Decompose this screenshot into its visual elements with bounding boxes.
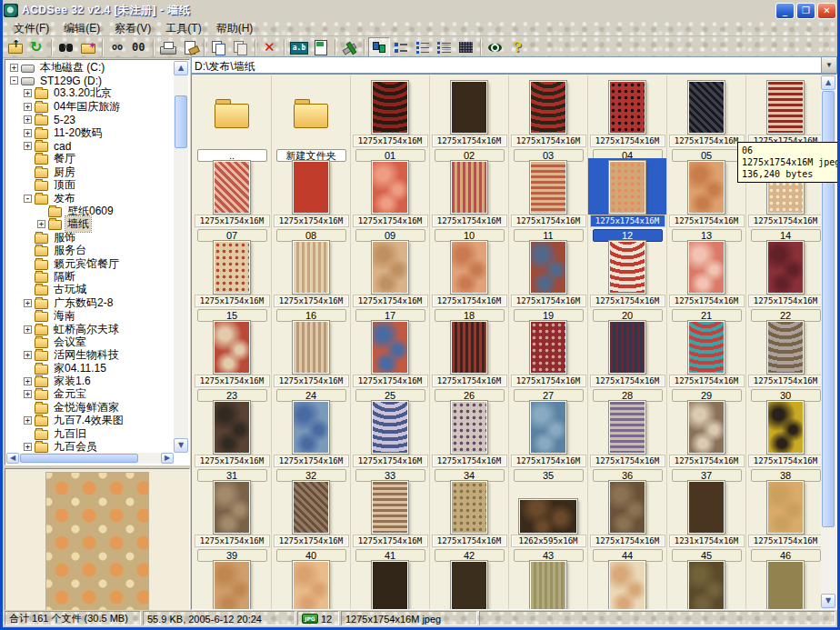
image-cell-30[interactable]: 1275x1754x16M30 [746,315,825,395]
view-small-button[interactable] [390,37,412,57]
tools-button[interactable] [339,37,361,57]
image-cell-33[interactable]: 1275x1754x16M33 [351,395,430,475]
tree-item-label[interactable]: 11-20数码 [52,125,105,141]
rename-button[interactable] [288,37,310,57]
acquire-button[interactable] [179,37,201,57]
partial-cell-0[interactable] [193,555,272,610]
move-button[interactable] [230,37,252,57]
thumbnail-image[interactable] [372,401,408,454]
print-button[interactable] [157,37,179,57]
image-cell-27[interactable]: 1275x1754x16M27 [509,315,588,395]
tree-expander[interactable]: + [24,390,32,398]
eyes-button[interactable] [128,37,150,57]
partial-cell-5[interactable] [588,555,667,610]
image-cell-43[interactable]: 1262x595x16M43 [509,475,588,555]
thumbnail-image[interactable] [293,561,329,610]
preview-image[interactable] [45,472,149,611]
image-cell-45[interactable]: 1231x1754x16M45 [667,475,746,555]
view-grid-button[interactable] [455,37,477,57]
path-value[interactable]: D:\发布\墙纸 [192,57,821,73]
menu-item-0[interactable]: 文件(F) [6,20,56,37]
tree-item-27[interactable]: +九百7.4效果图 [6,415,174,427]
thumbnail-image[interactable] [451,241,487,294]
thumbnail-image[interactable] [293,321,329,374]
tree-scroll-thumb[interactable] [175,95,187,148]
tree-expander[interactable]: + [24,443,32,451]
thumbnail-image[interactable] [372,561,408,610]
tree-item-5[interactable]: +11-20数码 [6,126,174,139]
thumbnail-image[interactable] [530,401,566,454]
partial-cell-1[interactable] [272,555,351,610]
image-cell-15[interactable]: 1275x1754x16M15 [193,235,272,315]
tree-expander[interactable]: + [24,89,32,97]
thumbnail-image[interactable] [530,321,566,374]
thumbnail-image[interactable] [767,81,804,134]
thumbnail-image[interactable] [519,499,577,534]
thumbnail-image[interactable] [609,321,645,374]
thumbnail-image[interactable] [214,401,250,454]
tree-item-18[interactable]: +广东数码2-8 [6,296,174,309]
thumbnail-image[interactable] [372,81,408,134]
image-cell-02[interactable]: 1275x1754x16M02 [430,75,509,155]
image-cell-42[interactable]: 1275x1754x16M42 [430,475,509,555]
thumbnail-image[interactable] [214,321,250,374]
describe-button[interactable] [310,37,332,57]
thumbnail-image[interactable] [293,401,329,454]
tree-item-label[interactable]: 九百会员 [52,439,99,453]
thumbnail-image[interactable] [609,161,645,214]
tree-expander[interactable]: + [24,377,32,385]
thumbnail-image[interactable] [451,161,487,214]
thumbnail-image[interactable] [214,561,250,610]
minimize-button[interactable]: _ [775,3,795,19]
image-cell-22[interactable]: 1275x1754x16M22 [746,235,825,315]
thumbnail-image[interactable] [530,161,566,214]
tree-scroll-right-button[interactable]: ▶ [161,453,174,464]
tree-item-7[interactable]: +餐厅 [6,153,174,165]
tree-item-label[interactable]: 5-23 [52,114,77,126]
thumbnail-image[interactable] [530,81,566,134]
tree-expander[interactable]: + [24,416,32,425]
image-cell-32[interactable]: 1275x1754x16M32 [272,395,351,475]
partial-cell-7[interactable] [746,555,825,610]
grid-scroll-up-button[interactable]: ▲ [821,75,835,90]
thumbnail-image[interactable] [767,321,804,374]
tree-item-20[interactable]: +虹桥高尔夫球 [6,323,174,335]
image-cell-01[interactable]: 1275x1754x16M01 [351,75,430,155]
thumbnail-image[interactable] [609,401,645,454]
tree-expander[interactable]: + [24,325,32,334]
up-button[interactable] [5,37,26,57]
thumbnail-image[interactable] [293,161,329,214]
image-cell-10[interactable]: 1275x1754x16M10 [430,155,509,235]
tree-item-8[interactable]: +厨房 [6,165,174,178]
image-cell-07[interactable]: 1275x1754x16M07 [193,155,272,235]
path-combobox[interactable]: D:\发布\墙纸 ▼ [191,56,837,74]
tree-hscroll-thumb[interactable] [20,454,138,463]
partial-cell-2[interactable] [351,555,430,610]
delete-button[interactable] [259,37,281,57]
close-button[interactable]: ✕ [817,3,836,19]
tree-expander[interactable]: - [24,195,32,203]
thumbnail-image[interactable] [214,161,250,214]
image-cell-44[interactable]: 1275x1754x16M44 [588,475,667,555]
extract-button[interactable] [77,37,99,57]
image-cell-05[interactable]: 1275x1754x16M05 [667,75,746,155]
tree-item-6[interactable]: +cad [6,139,174,152]
thumbnail-image[interactable] [767,401,804,454]
tree-item-13[interactable]: +服饰 [6,231,174,244]
image-cell-46[interactable]: 1275x1754x16M46 [746,475,825,555]
image-cell-34[interactable]: 1275x1754x16M34 [430,395,509,475]
thumbnail-image[interactable] [767,561,804,610]
tree-scroll-left-button[interactable]: ◀ [6,453,19,464]
thumbnail-image[interactable] [214,241,250,294]
tree-item-15[interactable]: +籁元宾馆餐厅 [6,257,174,270]
thumbnail-image[interactable] [688,81,725,134]
tree-expander[interactable]: + [24,129,32,137]
title-bar[interactable]: ACDSee 32 v2.4 [未注册] - 墙纸 _ ❐ ✕ [0,0,840,21]
thumbnail-image[interactable] [688,161,725,214]
image-cell-37[interactable]: 1275x1754x16M37 [667,395,746,475]
thumbnail-image[interactable] [293,241,329,294]
image-cell-08[interactable]: 1275x1754x16M08 [272,155,351,235]
tree-item-12[interactable]: +墙纸 [6,218,174,231]
thumbnail-image[interactable] [767,241,804,294]
tree-expander[interactable]: + [24,103,32,111]
